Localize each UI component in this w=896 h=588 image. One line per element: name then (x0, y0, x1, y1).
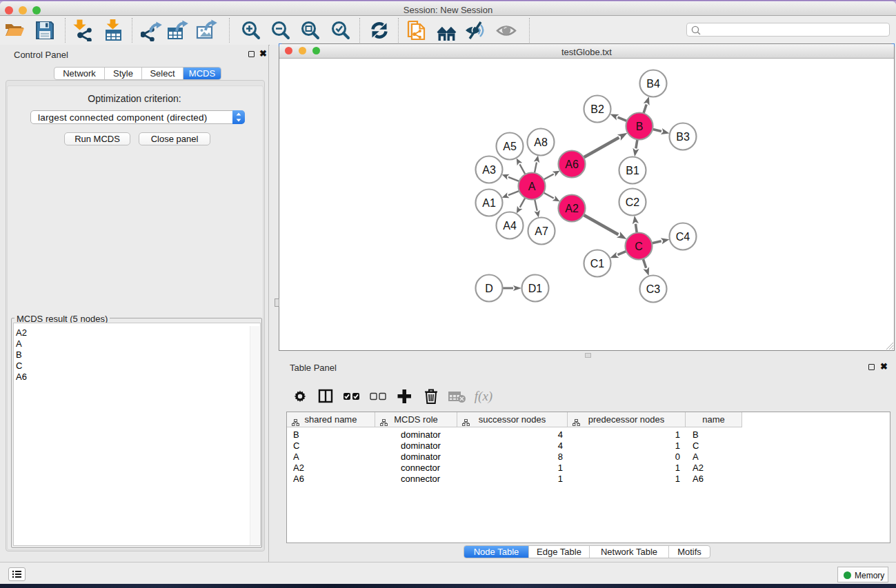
svg-text:C1: C1 (590, 258, 605, 270)
svg-text:D: D (485, 283, 493, 294)
svg-text:f(x): f(x) (475, 389, 492, 404)
svg-text:A7: A7 (535, 225, 548, 237)
svg-text:A: A (528, 181, 536, 192)
svg-text:A8: A8 (534, 136, 548, 148)
svg-text:D1: D1 (528, 283, 543, 294)
svg-text:C3: C3 (646, 283, 661, 295)
svg-text:B: B (636, 121, 644, 132)
svg-text:C4: C4 (676, 231, 690, 243)
svg-text:B1: B1 (626, 165, 639, 176)
svg-text:A2: A2 (565, 203, 579, 214)
svg-text:A5: A5 (503, 141, 517, 152)
svg-text:B2: B2 (590, 103, 604, 115)
svg-text:A6: A6 (565, 159, 579, 170)
svg-text:B3: B3 (676, 131, 690, 143)
svg-text:C2: C2 (626, 196, 640, 208)
svg-text:A3: A3 (482, 164, 496, 176)
svg-text:A4: A4 (503, 220, 517, 232)
svg-text:C: C (635, 241, 643, 252)
svg-text:B4: B4 (646, 78, 660, 90)
svg-text:A1: A1 (482, 197, 496, 209)
